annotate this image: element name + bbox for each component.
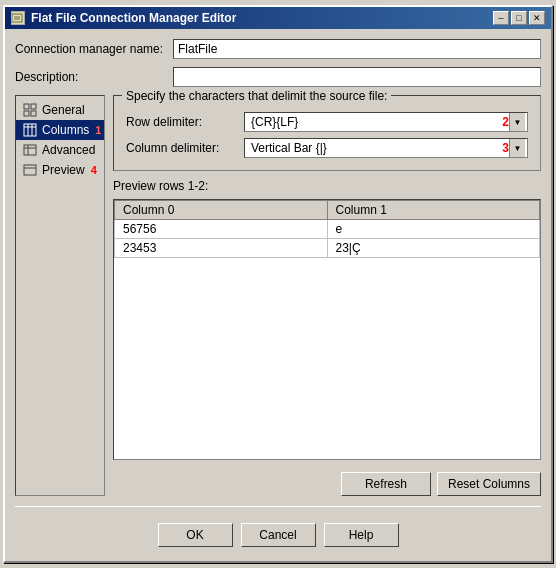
cell-0-0: 56756 xyxy=(115,220,328,239)
table-row: 23453 23|Ç xyxy=(115,239,540,258)
delimiter-legend: Specify the characters that delimit the … xyxy=(122,89,391,103)
row-delimiter-badge: 2 xyxy=(502,115,509,129)
refresh-button[interactable]: Refresh xyxy=(341,472,431,496)
preview-table: Column 0 Column 1 56756 e 2345 xyxy=(114,200,540,258)
col-header-0: Column 0 xyxy=(115,201,328,220)
connection-name-label: Connection manager name: xyxy=(15,42,165,56)
close-button[interactable]: ✕ xyxy=(529,11,545,25)
row-delimiter-label: Row delimiter: xyxy=(126,115,236,129)
preview-area: Preview rows 1-2: Column 0 Column 1 xyxy=(113,179,541,460)
col-header-1: Column 1 xyxy=(327,201,540,220)
svg-rect-7 xyxy=(24,124,36,136)
cell-1-0: 23453 xyxy=(115,239,328,258)
svg-rect-5 xyxy=(31,104,36,109)
svg-rect-14 xyxy=(24,165,36,175)
content-area: Connection manager name: Description: xyxy=(5,29,551,561)
sidebar-item-advanced[interactable]: Advanced xyxy=(16,140,104,160)
cell-1-1: 23|Ç xyxy=(327,239,540,258)
column-delimiter-label: Column delimiter: xyxy=(126,141,236,155)
connection-name-input[interactable] xyxy=(173,39,541,59)
table-header-row: Column 0 Column 1 xyxy=(115,201,540,220)
sidebar-item-columns[interactable]: Columns 1 xyxy=(16,120,104,140)
sidebar-item-preview[interactable]: Preview 4 xyxy=(16,160,104,180)
svg-rect-0 xyxy=(12,14,22,22)
general-label: General xyxy=(42,103,85,117)
svg-rect-6 xyxy=(31,111,36,116)
window-title: Flat File Connection Manager Editor xyxy=(31,11,487,25)
preview-icon xyxy=(22,162,38,178)
delimiter-group: Specify the characters that delimit the … xyxy=(113,95,541,171)
action-buttons: Refresh Reset Columns xyxy=(113,468,541,496)
help-button[interactable]: Help xyxy=(324,523,399,547)
ok-button[interactable]: OK xyxy=(158,523,233,547)
preview-table-container: Column 0 Column 1 56756 e 2345 xyxy=(113,199,541,460)
title-bar: Flat File Connection Manager Editor – □ … xyxy=(5,7,551,29)
right-panel: Specify the characters that delimit the … xyxy=(113,95,541,496)
row-delimiter-select[interactable]: {CR}{LF} 2 ▼ xyxy=(244,112,528,132)
column-delimiter-arrow[interactable]: ▼ xyxy=(509,139,525,157)
table-row: 56756 e xyxy=(115,220,540,239)
cell-0-1: e xyxy=(327,220,540,239)
maximize-button[interactable]: □ xyxy=(511,11,527,25)
row-delimiter-arrow[interactable]: ▼ xyxy=(509,113,525,131)
preview-badge: 4 xyxy=(91,164,97,176)
divider xyxy=(15,506,541,507)
svg-rect-4 xyxy=(24,111,29,116)
connection-name-row: Connection manager name: xyxy=(15,39,541,59)
column-delimiter-badge: 3 xyxy=(502,141,509,155)
minimize-button[interactable]: – xyxy=(493,11,509,25)
reset-columns-button[interactable]: Reset Columns xyxy=(437,472,541,496)
columns-badge: 1 xyxy=(95,124,101,136)
sidebar: General Columns 1 xyxy=(15,95,105,496)
row-delimiter-row: Row delimiter: {CR}{LF} 2 ▼ xyxy=(126,112,528,132)
sidebar-item-general[interactable]: General xyxy=(16,100,104,120)
preview-label: Preview xyxy=(42,163,85,177)
advanced-icon xyxy=(22,142,38,158)
columns-label: Columns xyxy=(42,123,89,137)
columns-icon xyxy=(22,122,38,138)
column-delimiter-row: Column delimiter: Vertical Bar {|} 3 ▼ xyxy=(126,138,528,158)
advanced-label: Advanced xyxy=(42,143,95,157)
main-area: General Columns 1 xyxy=(15,95,541,496)
preview-rows-label: Preview rows 1-2: xyxy=(113,179,541,193)
svg-rect-11 xyxy=(24,145,36,155)
window-controls: – □ ✕ xyxy=(493,11,545,25)
description-input[interactable] xyxy=(173,67,541,87)
description-label: Description: xyxy=(15,70,165,84)
column-delimiter-value: Vertical Bar {|} xyxy=(247,141,500,155)
column-delimiter-select[interactable]: Vertical Bar {|} 3 ▼ xyxy=(244,138,528,158)
description-row: Description: xyxy=(15,67,541,87)
footer-buttons: OK Cancel Help xyxy=(15,517,541,551)
general-icon xyxy=(22,102,38,118)
cancel-button[interactable]: Cancel xyxy=(241,523,316,547)
svg-rect-3 xyxy=(24,104,29,109)
window-icon xyxy=(11,11,25,25)
row-delimiter-value: {CR}{LF} xyxy=(247,115,500,129)
window: Flat File Connection Manager Editor – □ … xyxy=(3,5,553,563)
